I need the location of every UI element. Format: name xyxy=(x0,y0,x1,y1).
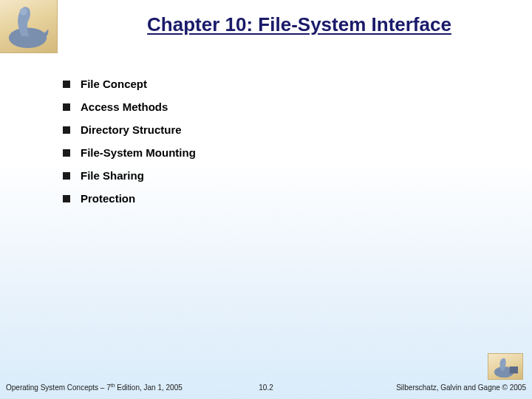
square-bullet-icon xyxy=(63,172,70,180)
bullet-label: Access Methods xyxy=(81,100,168,113)
bullet-label: File Concept xyxy=(81,78,147,90)
slide-footer: Operating System Concepts – 7th Edition,… xyxy=(0,377,532,392)
square-bullet-icon xyxy=(63,126,70,134)
list-item: File Concept xyxy=(63,78,502,90)
list-item: File-System Mounting xyxy=(63,146,502,159)
square-bullet-icon xyxy=(63,81,70,88)
svg-point-1 xyxy=(20,8,27,16)
square-bullet-icon xyxy=(63,195,70,202)
square-bullet-icon xyxy=(63,149,70,157)
slide-title: Chapter 10: File-System Interface xyxy=(81,13,517,36)
footer-left-text: Operating System Concepts – 7th Edition,… xyxy=(6,383,183,392)
bullet-label: File Sharing xyxy=(81,169,144,182)
dinosaur-icon xyxy=(0,0,57,52)
bullet-label: Protection xyxy=(81,192,135,205)
bullet-label: File-System Mounting xyxy=(81,146,196,159)
svg-rect-3 xyxy=(510,366,518,373)
bullet-list: File Concept Access Methods Directory St… xyxy=(63,78,502,215)
list-item: Directory Structure xyxy=(63,123,502,136)
list-item: Access Methods xyxy=(63,100,502,113)
list-item: Protection xyxy=(63,192,502,205)
book-logo-bottom xyxy=(488,353,523,380)
square-bullet-icon xyxy=(63,103,70,111)
bullet-label: Directory Structure xyxy=(81,123,182,136)
book-logo-top xyxy=(0,0,58,53)
footer-right-text: Silberschatz, Galvin and Gagne © 2005 xyxy=(396,383,526,392)
dinosaur-small-icon xyxy=(488,354,522,379)
list-item: File Sharing xyxy=(63,169,502,182)
slide-number: 10.2 xyxy=(259,383,273,392)
